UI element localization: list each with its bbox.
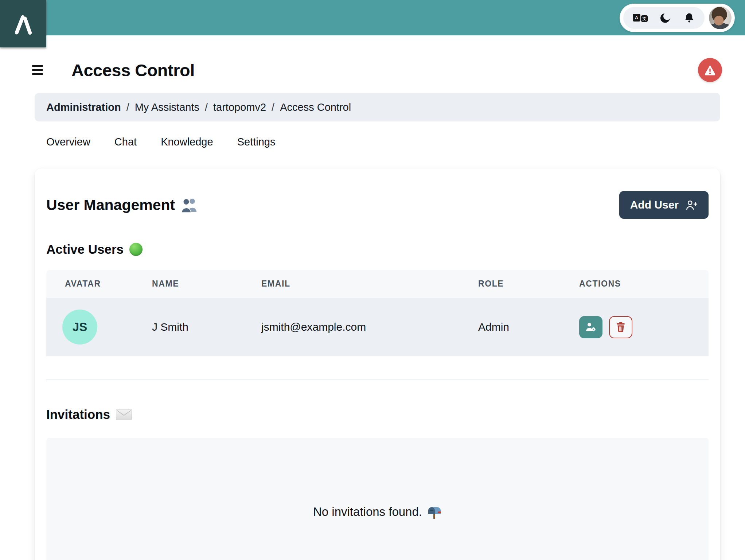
empty-message: No invitations found. [313, 505, 422, 519]
row-email: jsmith@example.com [261, 298, 478, 356]
bell-icon[interactable] [683, 12, 695, 24]
breadcrumb-access-control[interactable]: Access Control [280, 101, 351, 113]
invitations-heading: Invitations [46, 407, 709, 422]
warning-triangle-icon [703, 63, 717, 77]
delete-user-button[interactable] [609, 316, 632, 338]
breadcrumb-separator: / [126, 101, 129, 113]
row-role: Admin [478, 298, 579, 356]
alert-button[interactable] [698, 58, 722, 82]
breadcrumb-separator: / [272, 101, 274, 113]
translate-glyph-b: 文 [641, 15, 648, 22]
page-header: Access Control [0, 58, 745, 82]
breadcrumb-my-assistants[interactable]: My Assistants [135, 101, 199, 113]
header-icon-group: A 文 [623, 7, 705, 29]
user-avatar[interactable] [709, 7, 732, 29]
manage-user-button[interactable] [579, 316, 602, 338]
mountain-logo-icon [9, 10, 37, 38]
user-management-card: User Management Add User Active Users [35, 168, 720, 560]
trash-icon [615, 321, 626, 333]
tab-overview[interactable]: Overview [46, 136, 90, 148]
moon-icon[interactable] [659, 12, 672, 24]
row-name: J Smith [152, 298, 261, 356]
breadcrumb-separator: / [205, 101, 208, 113]
tab-settings[interactable]: Settings [237, 136, 276, 148]
invitations-empty-state: No invitations found. [46, 438, 709, 560]
section-tabs: Overview Chat Knowledge Settings [35, 136, 720, 148]
envelope-icon [116, 409, 132, 420]
table-header-row: AVATAR NAME EMAIL ROLE ACTIONS [46, 270, 709, 298]
tab-chat[interactable]: Chat [114, 136, 137, 148]
tab-knowledge[interactable]: Knowledge [161, 136, 213, 148]
header-toolbar: A 文 [620, 4, 735, 32]
active-users-table: AVATAR NAME EMAIL ROLE ACTIONS JS J Smit… [46, 270, 709, 356]
app-logo[interactable] [0, 0, 46, 47]
active-users-heading: Active Users [46, 242, 709, 257]
column-actions: ACTIONS [579, 270, 709, 298]
translate-icon[interactable]: A 文 [633, 14, 648, 22]
busts-in-silhouette-icon [181, 197, 198, 213]
top-navigation-bar: A 文 [0, 0, 745, 35]
column-avatar: AVATAR [46, 270, 152, 298]
breadcrumb: Administration / My Assistants / tartopo… [35, 93, 720, 121]
row-avatar: JS [62, 310, 97, 345]
person-plus-icon [685, 199, 698, 211]
section-divider [46, 380, 709, 380]
user-gear-icon [585, 322, 597, 332]
column-name: NAME [152, 270, 261, 298]
table-row: JS J Smith jsmith@example.com Admin [46, 298, 709, 356]
column-role: ROLE [478, 270, 579, 298]
user-management-heading: User Management [46, 197, 198, 214]
closed-mailbox-icon [427, 504, 442, 520]
green-circle-icon [129, 243, 143, 256]
breadcrumb-administration[interactable]: Administration [46, 101, 121, 113]
menu-icon[interactable] [32, 65, 43, 75]
breadcrumb-assistant-name[interactable]: tartopomv2 [213, 101, 266, 113]
translate-glyph-a: A [633, 14, 640, 22]
add-user-button[interactable]: Add User [619, 191, 709, 219]
page-title: Access Control [71, 60, 195, 80]
column-email: EMAIL [261, 270, 478, 298]
